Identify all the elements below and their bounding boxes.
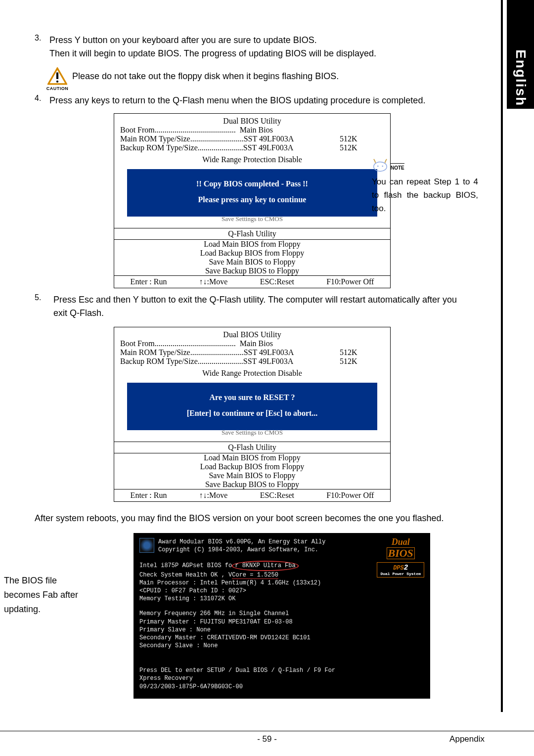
qflash-title: Q-Flash Utility: [120, 443, 384, 452]
step-3: 3. Press Y button on your keyboard after…: [35, 34, 470, 60]
bios-text: BIOS: [387, 547, 415, 559]
post-l1b: r 8KNXP Ultra Fba: [235, 562, 295, 569]
bios-footer-keys: Enter : Run ↑↓:Move ESC:Reset F10:Power …: [114, 276, 390, 288]
backup-rom-value: SST 49LF003A: [243, 357, 294, 366]
post-l10: Secondary Slave : None: [139, 642, 424, 650]
main-rom-size: 512K: [340, 134, 384, 143]
alert-line1: !! Copy BIOS completed - Pass !!: [134, 179, 371, 188]
caution-label: CAUTION: [45, 86, 69, 91]
menu-save-main: Save Main BIOS to Floppy: [120, 471, 384, 480]
wide-range-protection: Wide Range Protection Disable: [120, 155, 384, 164]
key-esc: ESC:Reset: [260, 277, 294, 286]
post-l11: Press DEL to enter SETUP / Dual BIOS / Q…: [139, 667, 424, 674]
menu-load-backup: Load Backup BIOS from Floppy: [120, 462, 384, 471]
caution-icon: CAUTION: [47, 67, 67, 85]
svg-point-5: [382, 166, 383, 167]
alert-line2: Please press any key to continue: [134, 195, 371, 204]
post-l5: Memory Testing : 131072K OK: [139, 595, 424, 603]
backup-rom-label: Backup ROM Type/Size....................…: [120, 357, 243, 366]
boot-from-label: Boot From...............................…: [120, 126, 236, 134]
step3-line2: Then it will begin to update BIOS. The p…: [49, 47, 376, 60]
language-tab: English: [507, 0, 534, 109]
boot-from-value: Main Bios: [240, 339, 273, 348]
award-logo-icon: [139, 538, 154, 553]
menu-save-main: Save Main BIOS to Floppy: [120, 258, 384, 267]
menu-save-backup: Save Backup BIOS to Floppy: [120, 267, 384, 275]
backup-rom-size: 512K: [340, 143, 384, 152]
step5-text: Press Esc and then Y button to exit the …: [53, 293, 470, 320]
post-l3: Main Processor : Intel Pentium(R) 4 1.6G…: [139, 579, 424, 587]
main-rom-value: SST 49LF003A: [244, 134, 294, 143]
language-label: English: [513, 49, 529, 106]
post-l1a: Intel i875P AGPset BIOS fo: [139, 562, 232, 569]
qflash-title: Q-Flash Utility: [120, 229, 384, 238]
underbar-text: Save Settings to CMOS: [120, 429, 384, 439]
alert-line2: [Enter] to continure or [Esc] to abort..…: [134, 409, 371, 418]
note-text: You can repeat Step 1 to 4 to flash the …: [372, 175, 478, 216]
caution-block: CAUTION Please do not take out the flopp…: [47, 67, 470, 85]
key-esc: ESC:Reset: [260, 491, 294, 500]
post-header-1: Award Modular BIOS v6.00PG, An Energy St…: [158, 538, 325, 546]
caution-text: Please do not take out the floppy disk w…: [72, 70, 339, 83]
post-l6: Memory Frequency 266 MHz in Single Chann…: [139, 610, 424, 618]
post-l7: Primary Master : FUJITSU MPE3170AT ED-03…: [139, 618, 424, 626]
boot-from-value: Main Bios: [240, 126, 273, 134]
step4-text: Press any keys to return to the Q-Flash …: [49, 94, 425, 107]
menu-save-backup: Save Backup BIOS to Floppy: [120, 480, 384, 489]
dual-text: Dual: [392, 537, 410, 547]
page-footer: - 59 - Appendix: [0, 731, 534, 744]
key-f10: F10:Power Off: [326, 491, 374, 500]
note-icon: [372, 158, 389, 172]
post-l2b: Core = 1.5250: [232, 572, 278, 579]
key-enter: Enter : Run: [131, 277, 167, 286]
key-move: ↑↓:Move: [199, 277, 228, 286]
main-rom-label: Main ROM Type/Size......................…: [120, 134, 244, 143]
bios-title: Dual BIOS Utility: [120, 330, 384, 339]
bios-file-callout: The BIOS file becomes Fab after updating…: [4, 574, 93, 616]
after-reboot-text: After system reboots, you may find the B…: [35, 512, 470, 525]
step-number: 5.: [35, 293, 49, 320]
step-4: 4. Press any keys to return to the Q-Fla…: [35, 94, 470, 107]
key-move: ↑↓:Move: [199, 491, 228, 500]
post-badges: Dual BIOS DPS2 Dual Power System: [377, 537, 424, 578]
menu-load-main: Load Main BIOS from Floppy: [120, 453, 384, 462]
svg-point-4: [377, 166, 379, 167]
step-number: 3.: [35, 34, 45, 60]
post-l8: Primary Slave : None: [139, 626, 424, 634]
menu-load-backup: Load Backup BIOS from Floppy: [120, 249, 384, 258]
note-label: NOTE: [391, 163, 404, 172]
page-number: - 59 -: [257, 734, 277, 744]
post-l9: Secondary Master : CREATIVEDVD-RM DVD124…: [139, 634, 424, 642]
dps-badge: DPS2 Dual Power System: [377, 562, 424, 578]
post-l4: <CPUID : 0F27 Patch ID : 0027>: [139, 587, 424, 595]
wide-range-protection: Wide Range Protection Disable: [120, 369, 384, 378]
backup-rom-value: SST 49LF003A: [243, 143, 294, 152]
bios-alert: Are you sure to RESET ? [Enter] to conti…: [127, 383, 377, 430]
bios-alert: !! Copy BIOS completed - Pass !! Please …: [127, 169, 377, 217]
svg-point-3: [374, 162, 387, 172]
bios-utility-screenshot-2: Dual BIOS Utility Boot From.............…: [114, 327, 391, 502]
note-block: NOTE You can repeat Step 1 to 4 to flash…: [372, 158, 478, 216]
post-l2a: Check System Health OK , V: [139, 572, 232, 578]
key-f10: F10:Power Off: [326, 277, 374, 286]
menu-load-main: Load Main BIOS from Floppy: [120, 240, 384, 249]
main-rom-size: 512K: [340, 348, 384, 357]
alert-line1: Are you sure to RESET ?: [134, 393, 371, 402]
post-l13: 09/23/2003-i875P-6A79BG03C-00: [139, 683, 424, 691]
bios-footer-keys: Enter : Run ↑↓:Move ESC:Reset F10:Power …: [114, 489, 390, 501]
main-rom-value: SST 49LF003A: [244, 348, 294, 357]
step3-line1: Press Y button on your keyboard after yo…: [49, 34, 376, 47]
section-name: Appendix: [449, 734, 485, 744]
step-number: 4.: [35, 94, 45, 107]
main-rom-label: Main ROM Type/Size......................…: [120, 348, 244, 357]
post-l12: Xpress Recovery: [139, 674, 424, 682]
bios-title: Dual BIOS Utility: [120, 117, 384, 126]
key-enter: Enter : Run: [131, 491, 167, 500]
right-rule: [501, 0, 503, 712]
post-screen: Award Modular BIOS v6.00PG, An Energy St…: [134, 533, 430, 699]
bios-utility-screenshot-1: Dual BIOS Utility Boot From.............…: [114, 113, 391, 288]
post-header-2: Copyright (C) 1984-2003, Award Software,…: [158, 546, 325, 554]
dps-sub: Dual Power System: [380, 572, 421, 576]
svg-point-2: [56, 81, 58, 83]
highlight-circle: r 8KNXP Ultra Fba: [232, 561, 298, 571]
